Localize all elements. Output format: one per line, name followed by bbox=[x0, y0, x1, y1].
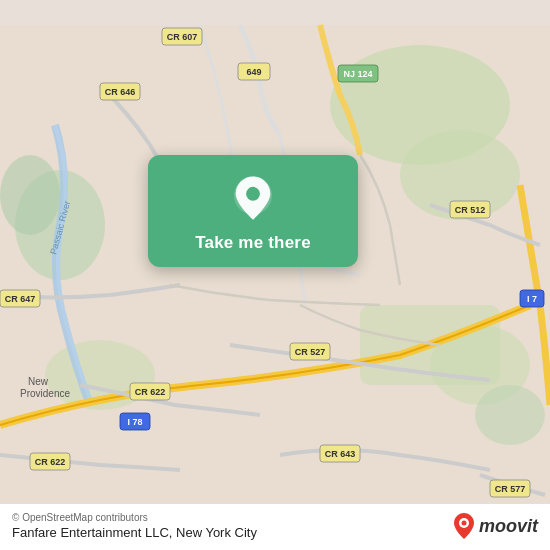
map-svg: CR 607 NJ 124 649 CR 646 CR 512 CR 647 I… bbox=[0, 0, 550, 550]
svg-text:NJ 124: NJ 124 bbox=[343, 69, 372, 79]
svg-text:CR 622: CR 622 bbox=[35, 457, 66, 467]
svg-text:CR 577: CR 577 bbox=[495, 484, 526, 494]
svg-text:I 7: I 7 bbox=[527, 294, 537, 304]
svg-text:CR 647: CR 647 bbox=[5, 294, 36, 304]
place-name: Fanfare Entertainment LLC, New York City bbox=[12, 525, 257, 540]
bottom-left: © OpenStreetMap contributors Fanfare Ent… bbox=[12, 512, 257, 540]
svg-text:CR 607: CR 607 bbox=[167, 32, 198, 42]
svg-text:CR 643: CR 643 bbox=[325, 449, 356, 459]
svg-text:CR 622: CR 622 bbox=[135, 387, 166, 397]
svg-text:New: New bbox=[28, 376, 49, 387]
svg-text:CR 646: CR 646 bbox=[105, 87, 136, 97]
take-me-there-label: Take me there bbox=[195, 233, 311, 253]
moovit-brand-text: moovit bbox=[479, 516, 538, 537]
svg-point-5 bbox=[0, 155, 60, 235]
svg-text:CR 527: CR 527 bbox=[295, 347, 326, 357]
location-pin-icon bbox=[227, 173, 279, 225]
svg-text:CR 512: CR 512 bbox=[455, 205, 486, 215]
svg-point-8 bbox=[475, 385, 545, 445]
svg-text:Providence: Providence bbox=[20, 388, 70, 399]
svg-point-39 bbox=[246, 187, 260, 201]
bottom-bar: © OpenStreetMap contributors Fanfare Ent… bbox=[0, 503, 550, 550]
svg-text:I 78: I 78 bbox=[127, 417, 142, 427]
take-me-there-card[interactable]: Take me there bbox=[148, 155, 358, 267]
svg-point-41 bbox=[461, 521, 466, 526]
osm-attribution: © OpenStreetMap contributors bbox=[12, 512, 257, 523]
moovit-pin-icon bbox=[453, 512, 475, 540]
svg-text:649: 649 bbox=[246, 67, 261, 77]
map-container: CR 607 NJ 124 649 CR 646 CR 512 CR 647 I… bbox=[0, 0, 550, 550]
moovit-logo: moovit bbox=[453, 512, 538, 540]
